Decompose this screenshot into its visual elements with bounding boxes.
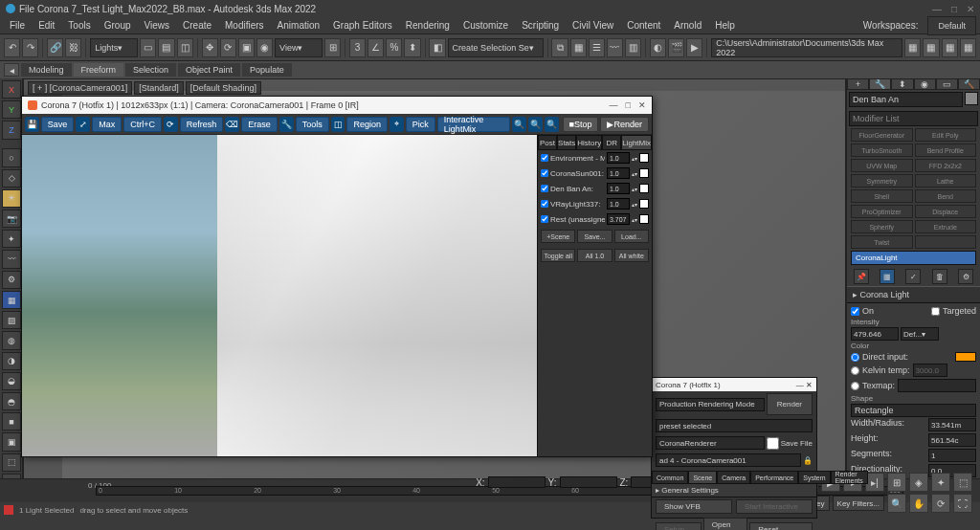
menu-animation[interactable]: Animation (272, 18, 325, 33)
menu-file[interactable]: File (4, 18, 31, 33)
layer-spinner-icon[interactable]: ▴▾ (632, 201, 637, 208)
menu-rendering[interactable]: Rendering (400, 18, 456, 33)
vfb-pick-button[interactable]: Pick (406, 117, 435, 132)
viewnav-7[interactable]: ⟳ (931, 494, 950, 513)
openmat-button[interactable]: Open Material Library (703, 518, 747, 530)
viewnav-5[interactable]: 🔍 (887, 494, 906, 513)
intensity-unit-dropdown[interactable]: Def...▾ (901, 327, 939, 341)
vfb-all1-button[interactable]: All 1.0 (577, 249, 612, 262)
tool-b-button[interactable]: ▦ (923, 38, 939, 57)
height-field[interactable]: 561.54c (928, 433, 976, 447)
menu-help[interactable]: Help (709, 18, 741, 33)
vfb-refresh-button[interactable]: Refresh (180, 117, 224, 132)
tool-extra-4[interactable]: ◑ (2, 352, 21, 370)
layer-color-swatch[interactable] (639, 168, 649, 178)
viewport-camera-tab[interactable]: [ + ] [CoronaCamera001] (28, 81, 132, 95)
snap-button[interactable]: 3 (349, 38, 366, 57)
layer-checkbox[interactable] (541, 200, 548, 208)
link-button[interactable]: 🔗 (47, 38, 63, 57)
menu-group[interactable]: Group (99, 18, 137, 33)
vfb-save-icon[interactable]: 💾 (25, 117, 39, 132)
layer-checkbox[interactable] (541, 169, 548, 177)
tool-extra-3[interactable]: ◍ (2, 331, 21, 349)
vfb-maximize-button[interactable]: □ (626, 100, 631, 110)
maxscript-listener-icon[interactable] (4, 505, 13, 515)
panel-tab-modify[interactable]: 🔧 (869, 78, 891, 90)
panel-tab-utilities[interactable]: 🔨 (958, 78, 980, 90)
vfb-render-image[interactable] (22, 135, 537, 456)
menu-scripting[interactable]: Scripting (516, 18, 565, 33)
layer-checkbox[interactable] (541, 215, 548, 223)
targeted-checkbox[interactable] (931, 307, 940, 316)
rstab-common[interactable]: Common (652, 471, 688, 484)
vfb-region-icon[interactable]: ◫ (331, 117, 345, 132)
mod-lathe[interactable]: Lathe (915, 174, 977, 188)
layer-spinner-icon[interactable]: ▴▾ (632, 216, 637, 223)
layer-checkbox[interactable] (541, 185, 548, 192)
menu-arnold[interactable]: Arnold (668, 18, 707, 33)
mod-extrude[interactable]: Extrude (915, 220, 977, 233)
refcoord-dropdown[interactable]: View ▾ (275, 38, 323, 57)
mod-symmetry[interactable]: Symmetry (851, 174, 913, 188)
mod-bendprofile[interactable]: Bend Profile (915, 144, 977, 157)
viewport-shading-tab[interactable]: [Standard] (134, 81, 184, 95)
menu-modifiers[interactable]: Modifiers (219, 18, 270, 33)
tool-extra-8[interactable]: ▣ (2, 432, 21, 451)
vfb-tab-post[interactable]: Post (538, 135, 557, 150)
vfb-ctrlc-button[interactable]: Ctrl+C (123, 117, 162, 132)
vfb-region-button[interactable]: Region (346, 117, 388, 132)
mod-shell[interactable]: Shell (851, 189, 913, 203)
viewnav-3[interactable]: ✦ (931, 473, 950, 492)
keyfilters-button[interactable]: Key Filters... (833, 496, 884, 511)
vfb-max-button[interactable]: Max (92, 117, 122, 132)
align-button[interactable]: ▦ (570, 38, 587, 57)
menu-grapheditors[interactable]: Graph Editors (327, 18, 398, 33)
tool-extra-2[interactable]: ▨ (2, 311, 21, 329)
percentsnap-button[interactable]: % (386, 38, 402, 57)
kelvin-field[interactable]: 3000.0 (913, 364, 947, 377)
menu-content[interactable]: Content (621, 18, 666, 33)
vfb-zoom2-button[interactable]: 🔍 (528, 117, 543, 132)
modifier-list-dropdown[interactable]: Modifier List (849, 111, 978, 126)
vfb-toggleall-button[interactable]: Toggle all (541, 249, 575, 262)
workspaces-dropdown[interactable]: Default (927, 16, 976, 35)
anglesnap-button[interactable]: ∠ (368, 38, 384, 57)
vfb-close-button[interactable]: ✕ (638, 100, 646, 110)
layer-color-swatch[interactable] (639, 214, 649, 224)
select-button[interactable]: ▭ (140, 38, 156, 57)
panel-tab-display[interactable]: ▭ (936, 78, 958, 90)
render-button[interactable]: Render (767, 393, 813, 415)
tool-a-button[interactable]: ▦ (904, 38, 921, 57)
rendersetup-min[interactable]: — (796, 381, 804, 389)
vfb-load-lm-button[interactable]: Load... (614, 230, 649, 243)
rendermode-dropdown[interactable]: Production Rendering Mode (656, 398, 765, 411)
tool-c-button[interactable]: ▦ (942, 38, 958, 57)
pivot-button[interactable]: ⊞ (324, 38, 341, 57)
rstab-system[interactable]: System (798, 471, 830, 484)
width-field[interactable]: 33.541m (928, 418, 976, 431)
viewnav-8[interactable]: ⛶ (953, 494, 972, 513)
mod-bend[interactable]: Bend (915, 189, 977, 203)
stack-unique-button[interactable]: ✓ (905, 269, 921, 284)
vfb-tools-button[interactable]: Tools (296, 117, 329, 132)
layer-intensity-field[interactable]: 3.707 (607, 213, 630, 225)
general-settings-rollout[interactable]: ▸ General Settings (652, 484, 816, 497)
panel-tab-create[interactable]: + (847, 78, 869, 90)
viewnav-6[interactable]: ✋ (909, 494, 928, 513)
vfb-tab-lightmix[interactable]: LightMix (621, 135, 652, 150)
vfb-lightmix-button[interactable]: Interactive LightMix (437, 117, 510, 132)
create-spacewarps-button[interactable]: 〰 (2, 250, 21, 268)
mod-floorgenerator[interactable]: FloorGenerator (851, 128, 913, 142)
rstab-scene[interactable]: Scene (688, 471, 717, 484)
vfb-tab-history[interactable]: History (576, 135, 602, 150)
mod-editpoly[interactable]: Edit Poly (915, 128, 977, 142)
panel-tab-hierarchy[interactable]: ⬍ (891, 78, 913, 90)
viewnav-1[interactable]: ⊞ (887, 473, 906, 492)
layer-color-swatch[interactable] (639, 153, 649, 163)
rendersetup-button[interactable]: 🎬 (668, 38, 684, 57)
minimize-button[interactable]: — (932, 4, 942, 14)
tool-d-button[interactable]: ▦ (960, 38, 976, 57)
layer-spinner-icon[interactable]: ▴▾ (632, 186, 637, 192)
ribbon-tab-selection[interactable]: Selection (125, 63, 176, 77)
reset-button[interactable]: Reset settings (749, 522, 813, 531)
